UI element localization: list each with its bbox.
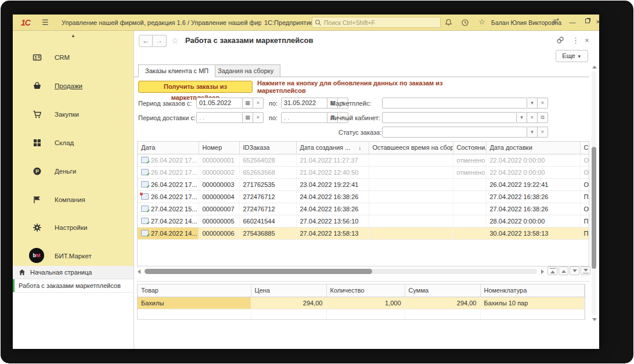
sidebar-item-purchases[interactable]: Закупки — [13, 109, 134, 126]
orders-from-input[interactable]: 01.05.2022 — [196, 98, 243, 109]
col-quantity[interactable]: Количество — [326, 284, 405, 297]
col-order-id[interactable]: IDЗаказа — [239, 142, 296, 154]
delivery-to-input[interactable]: . . — [281, 112, 327, 123]
sidebar-item-settings[interactable]: Настройки — [13, 222, 134, 239]
scrollbar-track[interactable] — [145, 269, 537, 274]
order-status-input[interactable] — [382, 127, 527, 138]
orders-from-group: 01.05.2022▦× — [196, 98, 264, 109]
update-hint-text: Нажмите на кнопку для обновления данных … — [257, 80, 472, 95]
scroll-up-icon[interactable] — [592, 66, 597, 69]
dropdown-arrow-icon[interactable]: ▾ — [527, 98, 538, 109]
col-price[interactable]: Цена — [251, 284, 326, 297]
orders-period-label: Период заказов с: — [138, 100, 192, 107]
order-row[interactable]: 27.04.2022 15... 00000000727247671224.04… — [138, 203, 589, 215]
main-menu-icon[interactable]: ☰ — [42, 18, 49, 27]
form-close-button[interactable]: × — [585, 36, 589, 45]
order-row[interactable]: 26.04.2022 17... 00000000265265356821.04… — [138, 166, 589, 178]
dropdown-arrow-icon[interactable]: ▾ — [517, 112, 527, 123]
global-search-input[interactable]: Поиск Ctrl+Shift+F — [312, 17, 441, 28]
order-row-selected[interactable]: 27.04.2022 14... 00000000627543688527.04… — [138, 227, 589, 239]
calendar-icon[interactable]: ▦ — [243, 112, 253, 123]
scroll-down-icon[interactable] — [592, 318, 597, 321]
forward-button[interactable]: → — [153, 35, 167, 47]
get-link-icon[interactable] — [556, 36, 564, 44]
flag-icon — [33, 195, 42, 204]
chevron-down-icon: ▼ — [577, 54, 582, 59]
sidebar-item-bit-market[interactable]: bM БИТ.Маркет — [13, 250, 134, 268]
order-row[interactable]: 27.04.2022 14... 00000000566024154427.04… — [138, 215, 589, 227]
clear-icon[interactable]: × — [527, 112, 538, 123]
go-first-row-button[interactable] — [547, 266, 557, 275]
order-row[interactable]: 26.04.2022 17... 00000000165256402821.04… — [138, 154, 589, 166]
notifications-bell-icon[interactable] — [445, 19, 454, 28]
open-item-icon[interactable]: ⧉ — [538, 112, 548, 123]
form-favorite-star-icon[interactable]: ☆ — [171, 36, 179, 45]
col-created[interactable]: Дата создания ...↓ — [296, 142, 369, 154]
col-delivery-date[interactable]: Дата доставки — [486, 142, 580, 154]
tab-client-orders[interactable]: Заказы клиента с МП — [138, 64, 215, 77]
sidebar-sections: ▲ CRM Продажи Закупки Склад — [13, 31, 134, 266]
marketplace-input[interactable] — [382, 98, 527, 109]
scrollbar-track[interactable] — [592, 71, 596, 315]
back-button[interactable]: ← — [139, 35, 153, 47]
clear-icon[interactable]: × — [538, 98, 548, 109]
opened-window-item[interactable]: Работа с заказами маркетплейсов — [13, 279, 134, 293]
scroll-right-icon[interactable] — [541, 269, 544, 274]
col-remaining-time[interactable]: Оставшееся время на сборку — [369, 142, 453, 154]
more-options-dots-icon[interactable]: ⋮ — [572, 36, 579, 45]
orders-horizontal-scrollbar[interactable] — [138, 268, 544, 275]
cabinet-input[interactable] — [382, 112, 517, 123]
order-row[interactable]: 26.04.2022 17... 00000000427247671224.04… — [138, 190, 589, 203]
dropdown-arrow-icon[interactable]: ▾ — [527, 127, 538, 138]
delivery-period-label: Период доставки с: — [138, 114, 196, 121]
col-date[interactable]: Дата — [138, 142, 199, 154]
home-page-label: Начальная страница — [30, 269, 92, 276]
form-vertical-scrollbar[interactable] — [590, 66, 599, 321]
item-row-selected[interactable]: Бахилы 294,00 1,000 294,00 Бахилы 10 пар — [138, 297, 585, 309]
col-sum[interactable]: Сумма — [405, 284, 480, 297]
go-last-row-button[interactable] — [581, 266, 590, 275]
clear-icon[interactable]: × — [538, 127, 548, 138]
sidebar-collapse-arrow-icon[interactable]: ▲ — [13, 33, 134, 38]
home-page-item[interactable]: Начальная страница — [13, 266, 134, 279]
col-state[interactable]: Состояни... — [453, 142, 486, 154]
order-row[interactable]: 26.04.2022 17... 00000000327176253523.04… — [138, 178, 589, 190]
col-nomenclature[interactable]: Номенклатура — [480, 284, 585, 297]
sidebar-item-crm[interactable]: CRM — [13, 52, 134, 69]
favorites-star-icon[interactable]: ☆ — [477, 17, 487, 27]
row-navigation-buttons — [547, 266, 590, 275]
window-close-button[interactable]: × — [593, 17, 603, 26]
sidebar-item-money[interactable]: P Деньги — [13, 165, 134, 183]
col-status[interactable]: Ста — [580, 142, 589, 154]
scrollbar-thumb[interactable] — [145, 269, 372, 274]
go-down-row-button[interactable] — [570, 266, 579, 275]
minimize-button[interactable]: — — [568, 19, 577, 26]
get-orders-button[interactable]: Получить заказы из маркетплейсов — [138, 81, 253, 93]
col-number[interactable]: Номер — [199, 142, 239, 154]
bit-market-logo-icon: bM — [29, 248, 44, 263]
home-icon — [19, 269, 26, 276]
sidebar-item-sales[interactable]: Продажи — [13, 80, 134, 98]
tools-menu-icon[interactable]: ≡▾ — [553, 17, 557, 26]
grid-boxes-icon — [33, 138, 42, 147]
delivery-from-input[interactable]: . . — [196, 112, 243, 123]
clear-icon[interactable]: × — [253, 112, 264, 123]
scrollbar-thumb[interactable] — [592, 147, 596, 269]
col-product[interactable]: Товар — [138, 284, 251, 297]
sidebar-item-company[interactable]: Компания — [13, 194, 134, 211]
go-up-row-button[interactable] — [559, 266, 568, 275]
to-label: по: — [269, 114, 278, 121]
current-user[interactable]: Балан Юлия Викторовна — [491, 19, 561, 26]
window-title: Управление нашей фирмой, редакция 1.6 / … — [62, 19, 261, 26]
screenshot-canvas: 1С ☰ Управление нашей фирмой, редакция 1… — [0, 0, 634, 364]
orders-to-input[interactable]: 31.05.2022 — [281, 98, 327, 109]
scroll-left-icon[interactable] — [138, 269, 141, 274]
more-button[interactable]: Еще ▼ — [556, 50, 588, 62]
clear-icon[interactable]: × — [253, 98, 264, 109]
calendar-icon[interactable]: ▦ — [243, 98, 253, 109]
document-deleted-icon — [141, 193, 149, 200]
to-label: по: — [269, 100, 278, 107]
sidebar-item-warehouse[interactable]: Склад — [13, 137, 134, 154]
history-icon[interactable] — [461, 19, 470, 28]
tab-assembly-tasks[interactable]: Задания на сборку — [211, 64, 280, 77]
